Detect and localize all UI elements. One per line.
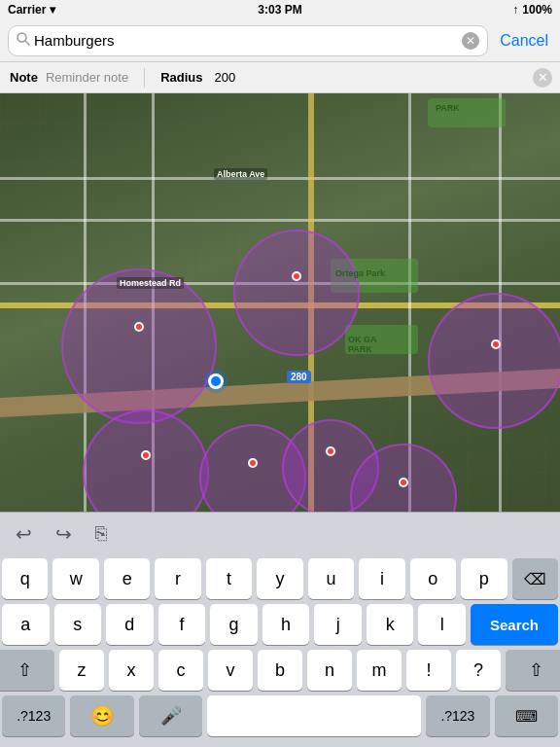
note-radius-row: Note Reminder note Radius 200 ✕ [0,62,560,93]
status-bar: Carrier ▾ 3:03 PM ↑ 100% [0,0,560,19]
search-input-wrapper[interactable]: ✕ [8,25,488,56]
search-icon [17,32,30,50]
cancel-button[interactable]: Cancel [496,32,552,50]
clear-search-button[interactable]: ✕ [462,32,479,50]
battery-label: 100% [522,3,552,17]
key-h[interactable]: h [262,604,310,645]
pin-7 [399,478,408,487]
pin-5 [248,458,258,468]
search-button[interactable]: Search [471,604,558,645]
keyboard-row-2: a s d f g h j k l Search [2,604,558,645]
ortega-park-label: Ortega Park [335,268,385,278]
radius-label: Radius [160,70,202,85]
pin-4 [141,450,151,460]
key-emoji[interactable]: 😊 [70,695,133,736]
wifi-icon: ▾ [50,3,55,17]
pin-1 [134,322,144,332]
redo-button[interactable]: ↪ [52,518,76,550]
paste-button[interactable]: ⎘ [91,518,111,549]
key-e[interactable]: e [104,558,150,599]
divider [144,68,145,88]
carrier-label: Carrier [8,3,46,17]
key-n[interactable]: n [307,650,352,691]
ok-ga-park-label: OK GAPARK [348,335,377,354]
key-g[interactable]: g [210,604,258,645]
keyboard-row-3: ⇧ z x c v b n m ! ? ⇧ [2,650,558,691]
key-p[interactable]: p [461,558,507,599]
key-space[interactable] [207,695,421,736]
radius-value: 200 [215,70,236,85]
key-w[interactable]: w [52,558,98,599]
key-exclaim[interactable]: ! [406,650,451,691]
key-o[interactable]: o [410,558,456,599]
keyboard: q w e r t y u i o p ⌫ a s d f g h j k l … [0,554,560,742]
key-symbols[interactable]: .?123 [2,695,65,736]
close-note-radius-button[interactable]: ✕ [533,68,552,88]
clock: 3:03 PM [258,3,301,17]
key-b[interactable]: b [258,650,302,691]
geofence-2 [233,230,360,356]
current-location [208,374,224,389]
key-m[interactable]: m [357,650,402,691]
search-input[interactable] [34,32,462,49]
key-l[interactable]: l [418,604,466,645]
key-question[interactable]: ? [456,650,501,691]
note-label: Note [10,70,38,85]
key-delete[interactable]: ⌫ [512,558,558,599]
keyboard-row-4: .?123 😊 🎤 .?123 ⌨ [2,695,558,736]
key-x[interactable]: x [109,650,154,691]
key-shift-right[interactable]: ⇧ [506,650,560,691]
keyboard-toolbar: ↩ ↪ ⎘ [0,512,560,554]
svg-line-1 [25,41,29,45]
pin-2 [292,271,301,281]
key-f[interactable]: f [158,604,206,645]
pin-6 [326,446,335,456]
key-i[interactable]: i [359,558,404,599]
key-c[interactable]: c [158,650,203,691]
key-j[interactable]: j [314,604,362,645]
map-area[interactable]: 280 PARK Ortega Park OK GAPARK Homestead… [0,93,560,512]
key-y[interactable]: y [257,558,302,599]
key-s[interactable]: s [54,604,102,645]
key-microphone[interactable]: 🎤 [139,695,202,736]
note-value: Reminder note [46,70,128,85]
key-shift-left[interactable]: ⇧ [0,650,54,691]
key-z[interactable]: z [59,650,104,691]
park-top-label: PARK [436,103,460,113]
key-keyboard[interactable]: ⌨ [495,695,558,736]
key-symbols-right[interactable]: .?123 [426,695,489,736]
key-v[interactable]: v [208,650,253,691]
keyboard-row-1: q w e r t y u i o p ⌫ [2,558,558,599]
key-t[interactable]: t [206,558,252,599]
key-u[interactable]: u [308,558,354,599]
geofence-3 [428,293,560,429]
geofence-1 [61,268,217,424]
road-label-alberta: Alberta Ave [214,168,267,180]
key-d[interactable]: d [106,604,154,645]
pin-3 [491,339,501,349]
road-label-homestead: Homestead Rd [117,277,184,289]
highway-label: 280 [287,371,311,383]
key-k[interactable]: k [367,604,414,645]
search-bar: ✕ Cancel [0,19,560,62]
key-r[interactable]: r [155,558,200,599]
key-q[interactable]: q [2,558,48,599]
undo-button[interactable]: ↩ [12,518,36,550]
key-a[interactable]: a [2,604,50,645]
signal-icon: ↑ [512,3,518,17]
